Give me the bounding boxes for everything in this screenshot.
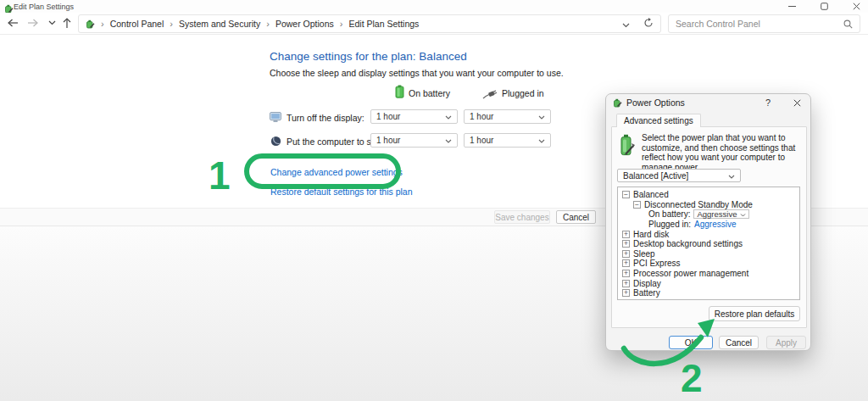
chevron-down-icon — [538, 136, 545, 145]
display-icon — [270, 111, 281, 126]
tab-advanced-settings[interactable]: Advanced settings — [616, 114, 701, 127]
chevron-down-icon — [445, 136, 452, 145]
breadcrumb-separator-icon: › — [262, 19, 274, 29]
turn-off-display-plugged-in-select[interactable]: 1 hour — [464, 109, 551, 124]
collapse-icon[interactable]: − — [633, 201, 641, 209]
tree-label: Disconnected Standby Mode — [644, 200, 753, 209]
tree-label: Hard disk — [633, 230, 669, 239]
select-value: 1 hour — [376, 112, 400, 121]
tree-item-disconnected-standby-mode[interactable]: − Disconnected Standby Mode — [620, 200, 799, 210]
help-button[interactable]: ? — [761, 97, 775, 109]
select-value: 1 hour — [470, 112, 493, 121]
screen: Edit Plan Settings › Control Panel › Sys… — [0, 0, 868, 401]
expand-icon[interactable]: + — [622, 240, 630, 248]
on-battery-aggressive-select[interactable]: Aggressive — [693, 209, 749, 219]
page-subtitle: Choose the sleep and display settings th… — [270, 68, 564, 78]
location-icon — [86, 19, 95, 29]
chevron-down-icon — [728, 171, 735, 181]
search-input[interactable] — [669, 19, 843, 29]
plug-icon — [482, 87, 498, 103]
breadcrumb-separator-icon: › — [165, 19, 177, 29]
forward-button[interactable] — [25, 17, 39, 29]
expand-icon[interactable]: + — [622, 280, 630, 287]
select-value: Aggressive — [697, 209, 737, 219]
recent-pages-chevron-icon[interactable] — [45, 17, 58, 29]
dialog-titlebar: Power Options ? — [606, 94, 810, 111]
breadcrumb-item-system-and-security[interactable]: System and Security — [177, 19, 262, 29]
page-title: Change settings for the plan: Balanced — [270, 50, 467, 63]
tree-label: Balanced — [633, 190, 669, 199]
change-advanced-power-settings-link[interactable]: Change advanced power settings — [270, 167, 403, 177]
close-button[interactable] — [848, 1, 865, 12]
main-cancel-button[interactable]: Cancel — [556, 210, 596, 224]
tree-item-display[interactable]: + Display — [620, 278, 799, 288]
expand-icon[interactable]: + — [622, 250, 630, 258]
dialog-cancel-button[interactable]: Cancel — [719, 336, 759, 349]
window-titlebar: Edit Plan Settings — [0, 0, 868, 13]
minimize-button[interactable] — [783, 1, 800, 12]
column-header-plugged-in: Plugged in — [502, 88, 544, 98]
ok-button[interactable]: OK — [669, 336, 713, 349]
tree-label: Display — [633, 279, 661, 288]
row-label-turn-off-display: Turn off the display: — [287, 113, 364, 123]
maximize-button[interactable] — [815, 1, 832, 12]
expand-icon[interactable]: + — [622, 270, 630, 277]
address-dropdown-chevron-icon[interactable] — [622, 16, 630, 31]
expand-icon[interactable]: + — [622, 259, 630, 267]
tree-item-balanced[interactable]: − Balanced — [620, 190, 799, 200]
select-value: 1 hour — [376, 136, 400, 145]
tree-label: Battery — [633, 288, 660, 298]
restore-default-settings-link[interactable]: Restore default settings for this plan — [270, 187, 413, 197]
tree-label: Desktop background settings — [633, 239, 743, 248]
collapse-icon[interactable]: − — [622, 191, 630, 198]
breadcrumb: › Control Panel › System and Security › … — [78, 14, 661, 33]
tree-item-pci-express[interactable]: + PCI Express — [620, 259, 799, 269]
back-button[interactable] — [6, 17, 19, 29]
column-header-on-battery: On battery — [409, 88, 450, 98]
sleep-on-battery-select[interactable]: 1 hour — [370, 133, 458, 148]
dialog-close-button[interactable] — [790, 97, 804, 109]
tree-item-battery[interactable]: + Battery — [620, 288, 799, 298]
breadcrumb-item-control-panel[interactable]: Control Panel — [108, 19, 166, 29]
apply-button[interactable]: Apply — [766, 336, 806, 349]
chevron-down-icon — [445, 112, 452, 121]
settings-tree: − Balanced − Disconnected Standby Mode O… — [617, 187, 800, 300]
search-icon[interactable] — [843, 19, 853, 29]
up-button[interactable] — [60, 17, 74, 29]
power-options-dialog: Power Options ? Advanced settings Select… — [605, 93, 811, 351]
tree-item-on-battery: On battery: Aggressive — [620, 209, 799, 220]
step-1-marker: 1 — [209, 156, 231, 195]
sleep-plugged-in-select[interactable]: 1 hour — [464, 133, 551, 148]
tree-item-desktop-background-settings[interactable]: + Desktop background settings — [620, 239, 799, 249]
sleep-icon — [270, 135, 281, 150]
breadcrumb-item-power-options[interactable]: Power Options — [274, 19, 336, 29]
tree-item-hard-disk[interactable]: + Hard disk — [620, 229, 799, 239]
step-2-marker: 2 — [681, 359, 703, 398]
breadcrumb-separator-icon: › — [336, 19, 348, 29]
expand-icon[interactable]: + — [622, 289, 630, 297]
window-title: Edit Plan Settings — [14, 3, 74, 11]
refresh-icon[interactable] — [643, 16, 654, 31]
search-box — [668, 14, 860, 33]
battery-icon — [395, 85, 404, 102]
tree-label: Plugged in: — [648, 220, 691, 229]
power-plan-select[interactable]: Balanced [Active] — [617, 169, 741, 182]
dialog-title: Power Options — [626, 97, 685, 108]
restore-plan-defaults-button[interactable]: Restore plan defaults — [709, 306, 800, 321]
chevron-down-icon — [538, 112, 545, 121]
select-value: Balanced [Active] — [623, 171, 688, 181]
tree-label: Sleep — [633, 249, 655, 259]
breadcrumb-item-edit-plan-settings[interactable]: Edit Plan Settings — [347, 19, 420, 29]
save-changes-button[interactable]: Save changes — [494, 210, 550, 224]
power-options-icon — [613, 98, 622, 108]
chevron-down-icon — [740, 209, 746, 219]
power-plan-icon — [617, 134, 636, 161]
tree-label: PCI Express — [633, 259, 681, 268]
select-value: 1 hour — [470, 136, 493, 145]
tree-label: On battery: — [648, 209, 690, 219]
plugged-in-aggressive-link[interactable]: Aggressive — [694, 220, 736, 229]
expand-icon[interactable]: + — [622, 231, 630, 238]
tree-item-sleep[interactable]: + Sleep — [620, 249, 799, 259]
tree-item-processor-power-management[interactable]: + Processor power management — [620, 269, 799, 279]
turn-off-display-on-battery-select[interactable]: 1 hour — [370, 109, 458, 124]
